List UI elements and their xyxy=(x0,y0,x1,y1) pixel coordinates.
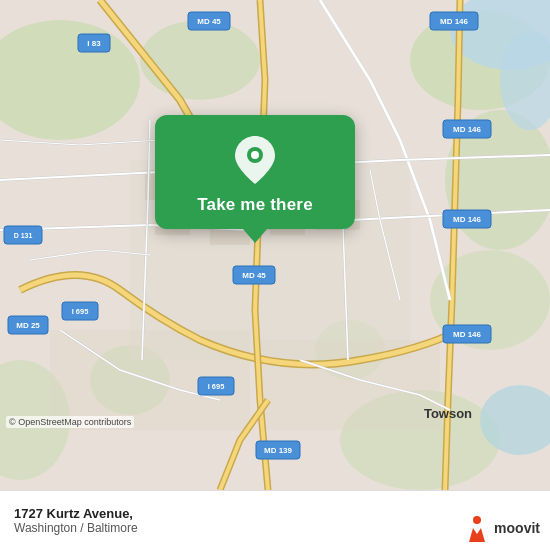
svg-text:I 695: I 695 xyxy=(72,307,89,316)
address-line: 1727 Kurtz Avenue, xyxy=(14,506,536,521)
copyright-text: © OpenStreetMap contributors xyxy=(6,416,134,428)
moovit-text: moovit xyxy=(494,520,540,536)
svg-text:MD 146: MD 146 xyxy=(440,17,469,26)
svg-point-51 xyxy=(473,516,481,524)
svg-text:I 83: I 83 xyxy=(87,39,101,48)
svg-text:MD 146: MD 146 xyxy=(453,125,482,134)
take-me-there-popup[interactable]: Take me there xyxy=(155,115,355,229)
svg-text:Towson: Towson xyxy=(424,406,472,421)
svg-rect-23 xyxy=(260,340,440,430)
moovit-logo[interactable]: moovit xyxy=(463,514,540,542)
bottom-bar: 1727 Kurtz Avenue, Washington / Baltimor… xyxy=(0,490,550,550)
svg-text:MD 45: MD 45 xyxy=(197,17,221,26)
svg-text:MD 139: MD 139 xyxy=(264,446,293,455)
svg-text:MD 45: MD 45 xyxy=(242,271,266,280)
city-line: Washington / Baltimore xyxy=(14,521,536,535)
popup-label: Take me there xyxy=(197,195,313,215)
svg-text:I 695: I 695 xyxy=(208,382,225,391)
map-container: I 83 MD 45 MD 146 MD 146 MD 146 MD 146 D… xyxy=(0,0,550,490)
svg-point-50 xyxy=(251,151,259,159)
svg-text:MD 25: MD 25 xyxy=(16,321,40,330)
svg-text:D 131: D 131 xyxy=(14,232,33,239)
svg-text:MD 146: MD 146 xyxy=(453,215,482,224)
svg-text:MD 146: MD 146 xyxy=(453,330,482,339)
moovit-icon xyxy=(463,514,491,542)
location-icon xyxy=(229,133,281,185)
svg-point-2 xyxy=(140,20,260,100)
